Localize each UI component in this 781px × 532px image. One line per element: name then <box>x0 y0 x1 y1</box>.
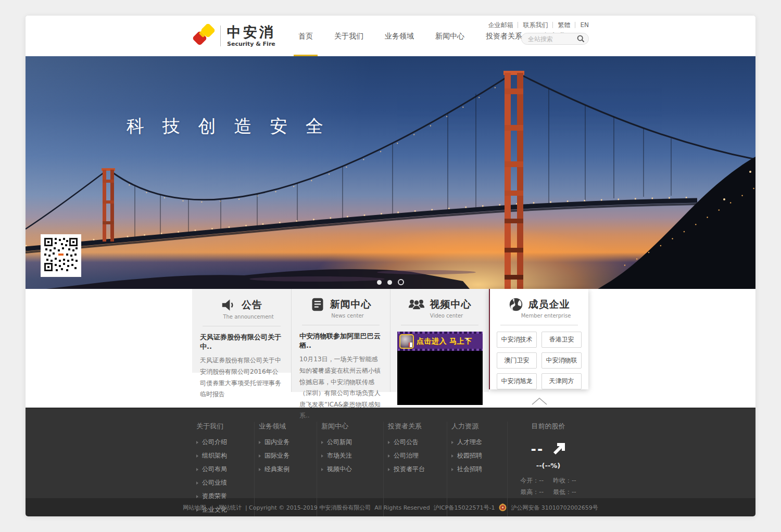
bridge-illustration <box>26 56 755 305</box>
link-enterprise-mail[interactable]: 企业邮箱 <box>483 22 518 28</box>
video-ad-banner[interactable]: 点击进入 马上下 ✕ <box>397 332 483 351</box>
news-item-title[interactable]: 中安消物联参加阿里巴巴云栖.. <box>299 332 382 350</box>
triangle-right-icon <box>321 468 323 471</box>
company-button[interactable]: 中安消物联 <box>541 352 582 369</box>
hero-banner: 科 技 创 造 安 全 <box>26 56 755 305</box>
site-search <box>521 33 589 45</box>
triangle-right-icon <box>388 454 390 458</box>
footer-link[interactable]: 公司布局 <box>196 465 254 474</box>
footer-link[interactable]: 公司介绍 <box>196 438 254 447</box>
footer-link[interactable]: 视频中心 <box>321 465 383 474</box>
police-emblem-icon <box>499 503 507 512</box>
chevron-up-icon[interactable] <box>531 397 548 406</box>
footer-link[interactable]: 公司公告 <box>388 438 447 447</box>
separator: ｜ <box>209 504 215 512</box>
triangle-right-icon <box>196 454 198 458</box>
news-title: 新闻中心 <box>330 298 372 311</box>
link-traditional[interactable]: 繁體 <box>553 22 575 28</box>
police-record-link[interactable]: 沪公网安备 31010702002659号 <box>511 504 598 512</box>
footer-link[interactable]: 市场关注 <box>321 451 383 460</box>
nav-business[interactable]: 业务领域 <box>383 16 416 56</box>
company-button[interactable]: 中安消旭龙 <box>497 373 537 389</box>
footer-col-title: 新闻中心 <box>321 422 383 431</box>
header-utilities: 企业邮箱 联系我们 繁體 EN <box>483 22 589 45</box>
footer-col-title: 关于我们 <box>196 422 254 431</box>
carousel-dots <box>26 279 755 285</box>
nav-news[interactable]: 新闻中心 <box>433 16 467 56</box>
member-card: 成员企业 Member enterprise 中安消技术 香港卫安 澳门卫安 中… <box>489 289 588 389</box>
footer-col-business: 业务领域 国内业务 国际业务 经典案例 <box>255 422 317 516</box>
footer-col-about: 关于我们 公司介绍 组织架构 公司布局 公司业绩 资质荣誉 企业文化 <box>192 422 255 516</box>
triangle-right-icon <box>196 468 198 471</box>
footer-link[interactable]: 国内业务 <box>259 438 317 447</box>
member-title: 成员企业 <box>528 298 570 311</box>
footer-link[interactable]: 公司治理 <box>388 451 447 460</box>
news-item-body: 10月13日，一场关于智能感知的饕餮盛宴在杭州云栖小镇惊撼启幕，中安消物联传感（… <box>299 354 382 422</box>
triangle-right-icon <box>259 454 261 458</box>
document-icon <box>310 297 325 312</box>
carousel-dot-2[interactable] <box>387 280 392 285</box>
triangle-right-icon <box>388 468 390 471</box>
triangle-right-icon <box>321 441 323 444</box>
site-header: 中安消 Security & Fire 首页 关于我们 业务领域 新闻中心 投资… <box>26 16 755 56</box>
speaker-icon <box>221 297 236 313</box>
video-card: 视频中心 Video center 点击进入 马上下 ✕ <box>390 289 489 392</box>
sitemap-link[interactable]: 网站地图 <box>183 504 206 512</box>
footer-link[interactable]: 社会招聘 <box>451 465 507 474</box>
footer-link[interactable]: 校园招聘 <box>451 451 507 460</box>
footer-col-title: 业务领域 <box>259 422 317 431</box>
footer-col-title: 人力资源 <box>451 422 507 431</box>
footer-link[interactable]: 经典案例 <box>259 465 317 474</box>
announcement-card: 公告 The announcement 天风证券股份有限公司关于中.. 天风证券… <box>192 289 291 373</box>
globe-icon <box>509 297 523 312</box>
announcement-item-title[interactable]: 天风证券股份有限公司关于中.. <box>200 333 283 351</box>
ad-close-icon[interactable]: ✕ <box>465 337 469 342</box>
nav-about[interactable]: 关于我们 <box>332 16 366 56</box>
stock-change: --(--%) <box>508 462 589 470</box>
logo[interactable]: 中安消 Security & Fire <box>192 24 275 48</box>
news-card: 新闻中心 News center 中安消物联参加阿里巴巴云栖.. 10月13日，… <box>291 289 390 392</box>
triangle-right-icon <box>259 441 261 444</box>
site-stats-link[interactable]: 网站统计 <box>219 504 242 512</box>
company-button[interactable]: 澳门卫安 <box>497 352 537 369</box>
company-button[interactable]: 香港卫安 <box>541 332 582 348</box>
link-english[interactable]: EN <box>575 22 589 28</box>
stock-price: -- <box>531 441 544 457</box>
announcement-subtitle: The announcement <box>206 314 291 320</box>
ad-avatar <box>399 334 414 349</box>
stock-stats: 今开：-- 昨收：-- 最高：-- 最低：-- <box>508 476 589 497</box>
triangle-right-icon <box>196 495 198 498</box>
footer-link[interactable]: 人才理念 <box>451 438 507 447</box>
triangle-right-icon <box>259 468 261 471</box>
carousel-dot-3-active[interactable] <box>398 279 404 285</box>
site-footer: 关于我们 公司介绍 组织架构 公司布局 公司业绩 资质荣誉 企业文化 业务领域 … <box>26 408 755 498</box>
utility-links: 企业邮箱 联系我们 繁體 EN <box>483 22 589 28</box>
footer-link[interactable]: 公司新闻 <box>321 438 383 447</box>
link-contact[interactable]: 联系我们 <box>518 22 553 28</box>
stock-widget: 目前的股价 -- --(--%) 今开：-- 昨收：-- 最高：-- 最低：-- <box>508 422 589 516</box>
footer-link[interactable]: 投资者平台 <box>388 465 447 474</box>
video-title: 视频中心 <box>430 298 472 311</box>
feature-cards-section: 公告 The announcement 天风证券股份有限公司关于中.. 天风证券… <box>26 289 755 392</box>
footer-link[interactable]: 资质荣誉 <box>196 492 254 501</box>
search-icon[interactable] <box>577 35 585 43</box>
carousel-dot-1[interactable] <box>377 280 382 285</box>
triangle-right-icon <box>196 441 198 444</box>
copyright-text: | Copyright © 2015-2019 中安消股份有限公司 <box>245 504 371 512</box>
footer-link[interactable]: 国际业务 <box>259 451 317 460</box>
footer-link[interactable]: 组织架构 <box>196 451 254 460</box>
hero-slogan: 科 技 创 造 安 全 <box>127 115 330 138</box>
member-subtitle: Member enterprise <box>503 313 588 319</box>
qr-code <box>41 234 81 277</box>
nav-home[interactable]: 首页 <box>296 16 315 56</box>
triangle-right-icon <box>388 441 390 444</box>
footer-link[interactable]: 公司业绩 <box>196 478 254 487</box>
announcement-item-body: 天风证券股份有限公司关于中安消股份有限公司2016年公司债券重大事项受托管理事务… <box>200 355 283 400</box>
company-button[interactable]: 天津同方 <box>541 373 582 389</box>
icp-link[interactable]: 沪ICP备15022571号-1 <box>434 504 495 512</box>
announcement-title: 公告 <box>242 298 262 312</box>
ad-text: 点击进入 马上下 <box>417 337 472 346</box>
footer-col-hr: 人力资源 人才理念 校园招聘 社会招聘 <box>447 422 508 516</box>
company-button[interactable]: 中安消技术 <box>497 332 537 348</box>
video-player[interactable]: 点击进入 马上下 ✕ <box>397 332 483 405</box>
